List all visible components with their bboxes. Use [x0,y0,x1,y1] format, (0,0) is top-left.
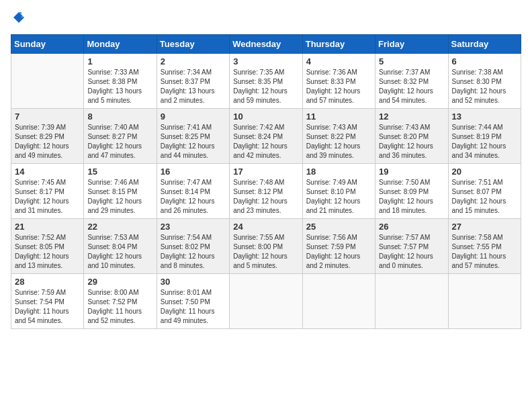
day-number: 11 [306,111,371,122]
day-number: 28 [15,277,80,287]
day-number: 2 [161,56,226,66]
calendar-week-row: 14Sunrise: 7:45 AMSunset: 8:17 PMDayligh… [11,163,521,218]
day-info: Sunrise: 7:52 AMSunset: 8:05 PMDaylight:… [15,233,80,271]
calendar-day-cell: 15Sunrise: 7:46 AMSunset: 8:15 PMDayligh… [84,163,157,218]
day-info: Sunrise: 7:33 AMSunset: 8:38 PMDaylight:… [87,68,152,105]
weekday-header-friday: Friday [375,34,448,53]
weekday-header-sunday: Sunday [11,34,84,53]
day-number: 20 [452,167,517,177]
day-number: 23 [161,222,226,232]
day-info: Sunrise: 7:58 AMSunset: 7:55 PMDaylight:… [452,233,517,271]
day-number: 26 [379,222,444,232]
day-info: Sunrise: 7:34 AMSunset: 8:37 PMDaylight:… [161,68,226,105]
day-info: Sunrise: 7:35 AMSunset: 8:35 PMDaylight:… [233,68,298,105]
weekday-header-tuesday: Tuesday [157,34,229,53]
calendar-day-cell: 3Sunrise: 7:35 AMSunset: 8:35 PMDaylight… [230,53,302,108]
day-info: Sunrise: 7:49 AMSunset: 8:10 PMDaylight:… [306,178,371,216]
day-number: 7 [15,111,80,122]
calendar-day-cell [375,273,448,328]
calendar-week-row: 7Sunrise: 7:39 AMSunset: 8:29 PMDaylight… [11,108,521,163]
calendar-day-cell: 26Sunrise: 7:57 AMSunset: 7:57 PMDayligh… [375,218,448,273]
day-info: Sunrise: 7:48 AMSunset: 8:12 PMDaylight:… [233,178,298,216]
calendar-day-cell: 22Sunrise: 7:53 AMSunset: 8:04 PMDayligh… [84,218,157,273]
calendar-day-cell: 5Sunrise: 7:37 AMSunset: 8:32 PMDaylight… [375,53,448,108]
calendar-body: 1Sunrise: 7:33 AMSunset: 8:38 PMDaylight… [11,53,521,328]
calendar-day-cell: 29Sunrise: 8:00 AMSunset: 7:52 PMDayligh… [84,273,157,328]
day-info: Sunrise: 7:36 AMSunset: 8:33 PMDaylight:… [306,68,371,105]
calendar-table: SundayMondayTuesdayWednesdayThursdayFrid… [11,34,521,329]
day-info: Sunrise: 7:51 AMSunset: 8:07 PMDaylight:… [452,178,517,216]
page-header [11,11,521,28]
day-info: Sunrise: 7:40 AMSunset: 8:27 PMDaylight:… [87,123,152,161]
day-number: 6 [452,56,517,66]
logo-icon [12,11,26,24]
day-info: Sunrise: 7:57 AMSunset: 7:57 PMDaylight:… [379,233,444,271]
weekday-header-wednesday: Wednesday [230,34,302,53]
calendar-day-cell [11,53,84,108]
calendar-day-cell [230,273,302,328]
day-number: 16 [161,167,226,177]
calendar-day-cell: 12Sunrise: 7:43 AMSunset: 8:20 PMDayligh… [375,108,448,163]
day-number: 13 [452,111,517,122]
day-number: 4 [306,56,371,66]
calendar-day-cell: 19Sunrise: 7:50 AMSunset: 8:09 PMDayligh… [375,163,448,218]
day-info: Sunrise: 7:54 AMSunset: 8:02 PMDaylight:… [161,233,226,271]
day-info: Sunrise: 8:01 AMSunset: 7:50 PMDaylight:… [161,288,226,326]
calendar-day-cell: 9Sunrise: 7:41 AMSunset: 8:25 PMDaylight… [157,108,229,163]
calendar-day-cell: 1Sunrise: 7:33 AMSunset: 8:38 PMDaylight… [84,53,157,108]
calendar-day-cell: 4Sunrise: 7:36 AMSunset: 8:33 PMDaylight… [302,53,375,108]
calendar-day-cell: 24Sunrise: 7:55 AMSunset: 8:00 PMDayligh… [230,218,302,273]
calendar-day-cell: 18Sunrise: 7:49 AMSunset: 8:10 PMDayligh… [302,163,375,218]
day-number: 1 [87,56,152,66]
calendar-week-row: 1Sunrise: 7:33 AMSunset: 8:38 PMDaylight… [11,53,521,108]
calendar-day-cell: 8Sunrise: 7:40 AMSunset: 8:27 PMDaylight… [84,108,157,163]
day-number: 9 [161,111,226,122]
day-number: 25 [306,222,371,232]
day-info: Sunrise: 7:46 AMSunset: 8:15 PMDaylight:… [87,178,152,216]
calendar-day-cell: 6Sunrise: 7:38 AMSunset: 8:30 PMDaylight… [448,53,521,108]
calendar-day-cell: 10Sunrise: 7:42 AMSunset: 8:24 PMDayligh… [230,108,302,163]
calendar-day-cell: 11Sunrise: 7:43 AMSunset: 8:22 PMDayligh… [302,108,375,163]
calendar-day-cell: 20Sunrise: 7:51 AMSunset: 8:07 PMDayligh… [448,163,521,218]
calendar-week-row: 21Sunrise: 7:52 AMSunset: 8:05 PMDayligh… [11,218,521,273]
calendar-day-cell: 21Sunrise: 7:52 AMSunset: 8:05 PMDayligh… [11,218,84,273]
day-info: Sunrise: 7:42 AMSunset: 8:24 PMDaylight:… [233,123,298,161]
day-info: Sunrise: 7:41 AMSunset: 8:25 PMDaylight:… [161,123,226,161]
calendar-day-cell: 13Sunrise: 7:44 AMSunset: 8:19 PMDayligh… [448,108,521,163]
calendar-day-cell [302,273,375,328]
day-number: 22 [87,222,152,232]
day-number: 27 [452,222,517,232]
day-number: 10 [233,111,298,122]
day-number: 19 [379,167,444,177]
calendar-day-cell: 2Sunrise: 7:34 AMSunset: 8:37 PMDaylight… [157,53,229,108]
day-number: 18 [306,167,371,177]
calendar-week-row: 28Sunrise: 7:59 AMSunset: 7:54 PMDayligh… [11,273,521,328]
day-info: Sunrise: 7:43 AMSunset: 8:22 PMDaylight:… [306,123,371,161]
day-info: Sunrise: 7:37 AMSunset: 8:32 PMDaylight:… [379,68,444,105]
day-number: 3 [233,56,298,66]
day-info: Sunrise: 7:53 AMSunset: 8:04 PMDaylight:… [87,233,152,271]
day-number: 30 [161,277,226,287]
day-info: Sunrise: 8:00 AMSunset: 7:52 PMDaylight:… [87,288,152,326]
calendar-day-cell: 28Sunrise: 7:59 AMSunset: 7:54 PMDayligh… [11,273,84,328]
day-info: Sunrise: 7:38 AMSunset: 8:30 PMDaylight:… [452,68,517,105]
day-number: 17 [233,167,298,177]
day-info: Sunrise: 7:50 AMSunset: 8:09 PMDaylight:… [379,178,444,216]
logo [11,11,26,28]
calendar-day-cell: 25Sunrise: 7:56 AMSunset: 7:59 PMDayligh… [302,218,375,273]
day-number: 8 [87,111,152,122]
day-info: Sunrise: 7:56 AMSunset: 7:59 PMDaylight:… [306,233,371,271]
calendar-day-cell: 23Sunrise: 7:54 AMSunset: 8:02 PMDayligh… [157,218,229,273]
weekday-header-thursday: Thursday [302,34,375,53]
day-info: Sunrise: 7:47 AMSunset: 8:14 PMDaylight:… [161,178,226,216]
day-info: Sunrise: 7:44 AMSunset: 8:19 PMDaylight:… [452,123,517,161]
calendar-day-cell: 17Sunrise: 7:48 AMSunset: 8:12 PMDayligh… [230,163,302,218]
day-number: 14 [15,167,80,177]
calendar-day-cell: 27Sunrise: 7:58 AMSunset: 7:55 PMDayligh… [448,218,521,273]
calendar-day-cell: 7Sunrise: 7:39 AMSunset: 8:29 PMDaylight… [11,108,84,163]
day-number: 21 [15,222,80,232]
weekday-header-row: SundayMondayTuesdayWednesdayThursdayFrid… [11,34,521,53]
calendar-day-cell: 16Sunrise: 7:47 AMSunset: 8:14 PMDayligh… [157,163,229,218]
day-number: 5 [379,56,444,66]
calendar-day-cell: 14Sunrise: 7:45 AMSunset: 8:17 PMDayligh… [11,163,84,218]
